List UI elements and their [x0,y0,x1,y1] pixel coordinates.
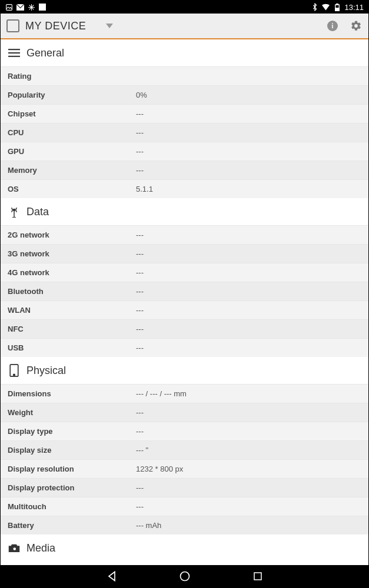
row-label: Dimensions [1,389,136,398]
table-row[interactable]: USB--- [1,338,368,357]
table-row[interactable]: GPU--- [1,142,368,161]
row-value: --- [136,230,368,239]
row-value: --- [136,128,368,137]
settings-button[interactable] [350,19,363,32]
section-title: Data [26,206,49,218]
table-row[interactable]: WLAN--- [1,300,368,319]
phone-icon [8,364,21,377]
table-row[interactable]: Display size--- " [1,440,368,459]
row-value: --- " [136,446,368,455]
row-value: 1232 * 800 px [136,465,368,473]
antenna-icon [8,205,21,218]
table-row[interactable]: Multitouch--- [1,497,368,516]
svg-point-14 [180,572,189,581]
section-header-data: Data [1,198,368,225]
battery-icon [333,4,341,11]
home-button[interactable] [178,569,192,583]
table-row[interactable]: Popularity0% [1,85,368,104]
svg-rect-4 [335,8,340,11]
table-row[interactable]: NFC--- [1,319,368,338]
row-label: Memory [1,166,136,175]
row-value: 5.1.1 [136,185,368,193]
svg-point-12 [14,374,15,376]
row-value: --- [136,109,368,118]
row-label: Multitouch [1,502,136,511]
svg-rect-0 [6,4,12,10]
row-label: Chipset [1,109,136,118]
row-value: --- [136,483,368,492]
snowflake-icon [28,4,35,11]
mail-icon [16,4,24,11]
bluetooth-icon [311,4,318,11]
row-value: --- [136,287,368,296]
action-bar: MY DEVICE i [1,14,368,39]
section-header-general: General [1,39,368,66]
row-value: --- [136,268,368,277]
section-title: Physical [26,365,66,377]
row-label: WLAN [1,306,136,315]
row-label: 3G network [1,249,136,258]
row-value: --- [136,147,368,156]
table-row[interactable]: 3G network--- [1,244,368,263]
table-row[interactable]: 2G network--- [1,225,368,244]
row-label: 4G network [1,268,136,277]
row-label: NFC [1,325,136,333]
table-row[interactable]: Weight--- [1,403,368,422]
row-label: Battery [1,521,136,530]
row-label: GPU [1,147,136,156]
svg-point-8 [14,209,15,211]
row-label: USB [1,343,136,352]
svg-rect-3 [337,4,338,5]
row-value: --- / --- / --- mm [136,389,368,398]
table-row[interactable]: Display resolution1232 * 800 px [1,459,368,478]
section-header-physical: Physical [1,357,368,384]
row-label: Display protection [1,483,136,492]
row-label: CPU [1,128,136,137]
table-row[interactable]: OS5.1.1 [1,179,368,198]
row-value: --- [136,502,368,511]
back-button[interactable] [105,569,119,583]
row-label: Display size [1,446,136,455]
table-row[interactable]: Display protection--- [1,478,368,497]
row-label: Bluetooth [1,287,136,296]
table-row[interactable]: Battery--- mAh [1,516,368,534]
navigation-bar [1,565,368,587]
row-value: 0% [136,91,368,99]
row-value: --- [136,408,368,417]
camera-icon [8,542,21,554]
row-value: --- [136,427,368,436]
svg-point-13 [13,547,16,550]
row-label: Weight [1,408,136,417]
clock-text: 13:11 [344,3,364,12]
dropdown-arrow-icon[interactable] [106,24,113,28]
recents-button[interactable] [251,569,265,583]
info-button[interactable]: i [326,19,339,32]
row-label: Display resolution [1,465,136,473]
table-row[interactable]: Bluetooth--- [1,282,368,300]
row-value: --- mAh [136,521,368,530]
table-row[interactable]: 4G network--- [1,263,368,282]
row-value: --- [136,325,368,333]
table-row[interactable]: Chipset--- [1,104,368,123]
row-label: Rating [1,72,136,81]
table-row[interactable]: CPU--- [1,123,368,142]
picture-icon [5,4,13,11]
row-label: 2G network [1,230,136,239]
status-bar: 13:11 [1,1,368,14]
device-icon [6,19,19,32]
wifi-icon [322,4,330,11]
table-row[interactable]: Memory--- [1,161,368,179]
app-icon [39,4,46,11]
page-title: MY DEVICE [25,20,86,32]
row-value: --- [136,343,368,352]
table-row[interactable]: Dimensions--- / --- / --- mm [1,384,368,403]
section-header-media: Media [1,534,368,562]
row-label: OS [1,185,136,193]
menu-icon [8,46,21,59]
row-label: Popularity [1,91,136,99]
content-scroll[interactable]: General RatingPopularity0%Chipset---CPU-… [1,39,368,565]
table-row[interactable]: Rating [1,66,368,85]
row-value: --- [136,306,368,315]
svg-rect-15 [254,573,261,580]
table-row[interactable]: Display type--- [1,422,368,440]
